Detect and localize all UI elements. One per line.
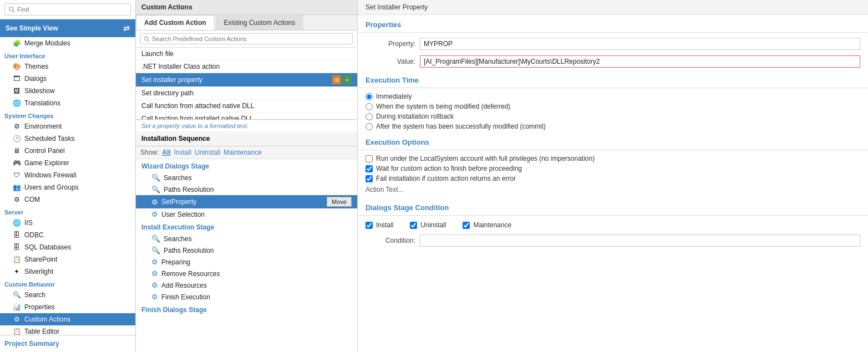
- seq-item-preparing[interactable]: ⚙ Preparing: [136, 256, 357, 268]
- system-changes-header: System Changes: [0, 109, 135, 120]
- cond-uninstall-input[interactable]: [410, 222, 417, 229]
- add-resources-icon: ⚙: [151, 281, 158, 289]
- seq-item-setproperty[interactable]: ⚙ SetProperty Move: [136, 195, 357, 208]
- windows-firewall-icon: 🛡: [12, 171, 21, 180]
- radio-immediately-input[interactable]: [366, 93, 373, 100]
- sidebar-item-silverlight[interactable]: ✦ Silverlight: [0, 266, 135, 278]
- cond-maintenance-check[interactable]: Maintenance: [463, 221, 511, 229]
- list-item-set-installer-property[interactable]: Set installer property ⚙ +: [136, 73, 357, 87]
- radio-rollback[interactable]: During installation rollback: [366, 113, 860, 120]
- radio-commit-input[interactable]: [366, 123, 373, 130]
- cond-uninstall-check[interactable]: Uninstall: [410, 221, 446, 229]
- sidebar-item-com[interactable]: ⚙ COM: [0, 193, 135, 206]
- cond-install-check[interactable]: Install: [366, 221, 393, 229]
- tab-existing-custom-actions[interactable]: Existing Custom Actions: [216, 15, 304, 30]
- sidebar-item-scheduled-tasks[interactable]: 🕐 Scheduled Tasks: [0, 132, 135, 145]
- installation-sequence-header: Installation Sequence: [136, 131, 357, 146]
- sidebar-item-users-and-groups[interactable]: 👥 Users and Groups: [0, 181, 135, 193]
- sidebar-item-label: Control Panel: [24, 147, 65, 155]
- tab-add-custom-action[interactable]: Add Custom Action: [136, 15, 215, 30]
- list-item-set-directory-path[interactable]: Set directory path: [136, 87, 357, 100]
- paths2-icon: 🔍: [151, 246, 160, 254]
- radio-immediately[interactable]: Immediately: [366, 93, 860, 100]
- sidebar-item-control-panel[interactable]: 🖥 Control Panel: [0, 145, 135, 157]
- right-panel: Set Installer Property Properties Proper…: [358, 0, 868, 352]
- list-item-call-native-installed[interactable]: Call function from installed native DLL: [136, 113, 357, 120]
- show-maintenance[interactable]: Maintenance: [224, 149, 262, 156]
- right-panel-title: Set Installer Property: [358, 0, 868, 15]
- seq-item-add-resources[interactable]: ⚙ Add Resources: [136, 279, 357, 291]
- check-localsystem-input[interactable]: [366, 155, 373, 162]
- sidebar-item-table-editor[interactable]: 📋 Table Editor: [0, 325, 135, 335]
- condition-input[interactable]: [420, 234, 860, 247]
- find-input[interactable]: [4, 3, 131, 16]
- server-header: Server: [0, 206, 135, 217]
- sidebar-item-label: COM: [24, 196, 40, 203]
- sidebar-item-dialogs[interactable]: 🗔 Dialogs: [0, 73, 135, 85]
- show-uninstall[interactable]: Uninstall: [195, 149, 220, 156]
- game-explorer-icon: 🎮: [12, 159, 21, 167]
- property-input[interactable]: [420, 38, 860, 50]
- show-install[interactable]: Install: [174, 149, 191, 156]
- action-icons: ⚙ +: [332, 75, 352, 84]
- sidebar-item-environment[interactable]: ⚙ Environment: [0, 120, 135, 132]
- seq-item-searches2[interactable]: 🔍 Searches: [136, 233, 357, 244]
- arrows-icon: ⇄: [123, 24, 130, 33]
- sidebar-item-sharepoint[interactable]: 📋 SharePoint: [0, 253, 135, 266]
- check-fail-error[interactable]: Fail installation if custom action retur…: [366, 175, 860, 182]
- sidebar-item-label: Environment: [24, 123, 62, 130]
- seq-item-user-selection[interactable]: ⚙ User Selection: [136, 208, 357, 220]
- sidebar-item-translations[interactable]: 🌐 Translations: [0, 97, 135, 109]
- sidebar-item-iis[interactable]: 🌐 IIS: [0, 217, 135, 229]
- sidebar-item-themes[interactable]: 🎨 Themes: [0, 60, 135, 73]
- sidebar-item-merge-modules[interactable]: 🧩 Merge Modules: [0, 37, 135, 49]
- sidebar-item-custom-actions[interactable]: ⚙ Custom Actions: [0, 313, 135, 325]
- check-wait-finish-input[interactable]: [366, 165, 373, 172]
- sidebar-item-label: Game Explorer: [24, 159, 69, 167]
- dialogs-stage-condition-heading: Dialogs Stage Condition: [358, 198, 868, 216]
- check-localsystem[interactable]: Run under the LocalSystem account with f…: [366, 155, 860, 162]
- sidebar-item-label: Properties: [24, 303, 55, 311]
- move-button[interactable]: Move: [327, 197, 352, 207]
- sidebar-item-windows-firewall[interactable]: 🛡 Windows Firewall: [0, 169, 135, 181]
- com-icon: ⚙: [12, 195, 21, 204]
- radio-commit-label: After the system has been successfully m…: [376, 123, 546, 130]
- project-summary-link[interactable]: Project Summary: [0, 338, 135, 350]
- show-label: Show:: [140, 149, 159, 156]
- execution-time-options: Immediately When the system is being mod…: [358, 90, 868, 132]
- list-item-call-native-attached[interactable]: Call function from attached native DLL: [136, 100, 357, 113]
- preparing-icon: ⚙: [151, 258, 158, 266]
- sidebar-item-properties[interactable]: 📊 Properties: [0, 301, 135, 313]
- radio-rollback-input[interactable]: [366, 113, 373, 120]
- simple-view-button[interactable]: See Simple View ⇄: [0, 19, 135, 37]
- radio-deferred-input[interactable]: [366, 103, 373, 110]
- radio-commit[interactable]: After the system has been successfully m…: [366, 123, 860, 130]
- slideshow-icon: 🖼: [12, 86, 21, 95]
- seq-item-remove-resources[interactable]: ⚙ Remove Resources: [136, 268, 357, 279]
- list-item-launch-file[interactable]: Launch file: [136, 48, 357, 60]
- seq-item-finish-execution[interactable]: ⚙ Finish Execution: [136, 291, 357, 303]
- check-wait-finish[interactable]: Wait for custom action to finish before …: [366, 165, 860, 172]
- seq-item-searches1[interactable]: 🔍 Searches: [136, 172, 357, 183]
- sidebar-item-label: Scheduled Tasks: [24, 135, 75, 142]
- sidebar-item-search[interactable]: 🔍 Search: [0, 289, 135, 301]
- condition-input-row: Condition:: [358, 232, 868, 249]
- sidebar-item-label: Dialogs: [24, 75, 47, 83]
- custom-actions-search-bar: [136, 30, 357, 48]
- custom-actions-search-input[interactable]: [140, 33, 353, 44]
- check-fail-error-input[interactable]: [366, 175, 373, 182]
- sidebar-item-game-explorer[interactable]: 🎮 Game Explorer: [0, 157, 135, 169]
- value-input[interactable]: [420, 55, 860, 68]
- sidebar-item-sql-databases[interactable]: 🗄 SQL Databases: [0, 241, 135, 253]
- sidebar-item-odbc[interactable]: 🗄 ODBC: [0, 229, 135, 241]
- cond-maintenance-input[interactable]: [463, 222, 470, 229]
- list-item-dotnet-installer[interactable]: .NET Installer Class action: [136, 60, 357, 73]
- show-all[interactable]: All: [162, 149, 170, 156]
- sidebar-item-slideshow[interactable]: 🖼 Slideshow: [0, 85, 135, 97]
- seq-item-paths2[interactable]: 🔍 Paths Resolution: [136, 244, 357, 256]
- cond-install-input[interactable]: [366, 222, 373, 229]
- radio-deferred[interactable]: When the system is being modified (defer…: [366, 103, 860, 110]
- seq-item-paths1[interactable]: 🔍 Paths Resolution: [136, 183, 357, 195]
- execution-time-heading: Execution Time: [358, 70, 868, 88]
- content-area: Custom Actions Add Custom Action Existin…: [136, 0, 868, 352]
